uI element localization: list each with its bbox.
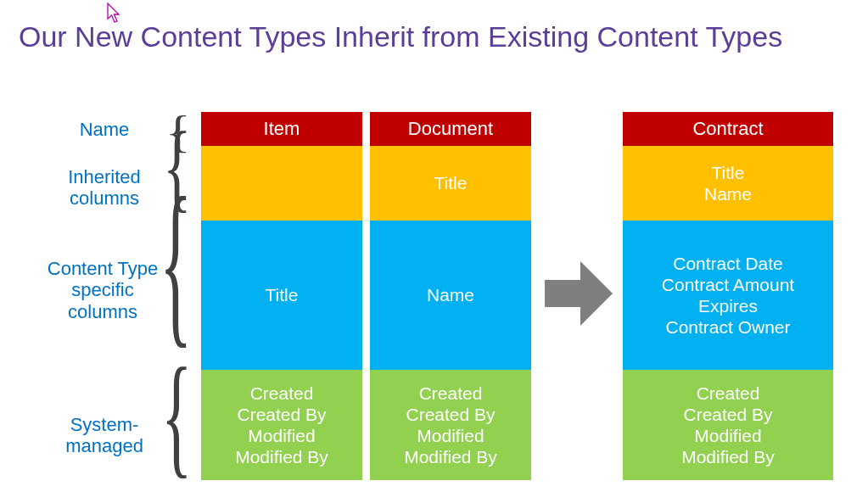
cell-text: Created (697, 383, 760, 404)
cell-text: Title (266, 284, 299, 305)
name-cell: Contract (623, 112, 833, 146)
brace-icon: { (161, 346, 192, 482)
system-cell: Created Created By Modified Modified By (370, 370, 531, 480)
cell-text: Created By (406, 404, 495, 425)
row-label-system: System- managed (53, 414, 155, 457)
cell-text: Contract Date (673, 253, 783, 274)
cell-text: Created (419, 383, 483, 404)
content-type-column-document: Document Title Name Created Created By M… (370, 112, 531, 480)
content-type-column-contract: Contract Title Name Contract Date Contra… (623, 112, 833, 480)
inherited-cell: Title Name (623, 146, 833, 221)
cell-text: Item (264, 118, 300, 140)
cell-text: Modified By (235, 446, 328, 467)
page-title: Our New Content Types Inherit from Exist… (19, 20, 782, 53)
row-label-text: managed (65, 435, 143, 456)
specific-cell: Contract Date Contract Amount Expires Co… (623, 221, 833, 370)
cell-text: Modified (248, 425, 315, 446)
inherited-cell (201, 146, 362, 221)
cell-text: Title (712, 162, 745, 183)
system-cell: Created Created By Modified Modified By (201, 370, 362, 480)
row-label-text: columns (68, 301, 137, 322)
row-label-name: Name (53, 119, 155, 140)
row-label-text: Inherited (68, 166, 141, 187)
row-label-inherited: Inherited columns (53, 166, 155, 210)
row-label-text: columns (70, 187, 139, 209)
arrow-right-icon (540, 254, 618, 333)
system-cell: Created Created By Modified Modified By (623, 370, 833, 480)
cell-text: Document (408, 118, 493, 140)
name-cell: Document (370, 112, 531, 146)
cell-text: Modified By (681, 446, 775, 467)
cell-text: Modified By (404, 446, 497, 467)
content-type-column-item: Item Title Created Created By Modified M… (201, 112, 362, 480)
cell-text: Modified (417, 425, 484, 446)
cell-text: Contract Amount (662, 274, 794, 295)
brace-icon: { (160, 170, 192, 353)
cell-text: Contract (692, 118, 763, 140)
specific-cell: Name (370, 221, 531, 370)
cell-text: Modified (694, 425, 761, 446)
specific-cell: Title (201, 221, 362, 370)
cell-text: Name (427, 284, 474, 305)
cell-text: Contract Owner (665, 316, 790, 338)
cell-text: Title (434, 172, 468, 193)
inherited-cell: Title (370, 146, 531, 221)
cell-text: Created (250, 383, 314, 404)
row-label-text: System- (70, 414, 139, 435)
name-cell: Item (201, 112, 362, 146)
cell-text: Expires (698, 295, 758, 316)
cell-text: Name (704, 183, 752, 204)
row-label-text: Content Type (48, 258, 158, 279)
cell-text: Created By (683, 404, 772, 425)
cell-text: Created By (237, 404, 326, 425)
row-label-specific: Content Type specific columns (39, 258, 166, 322)
row-label-text: specific (71, 279, 133, 300)
